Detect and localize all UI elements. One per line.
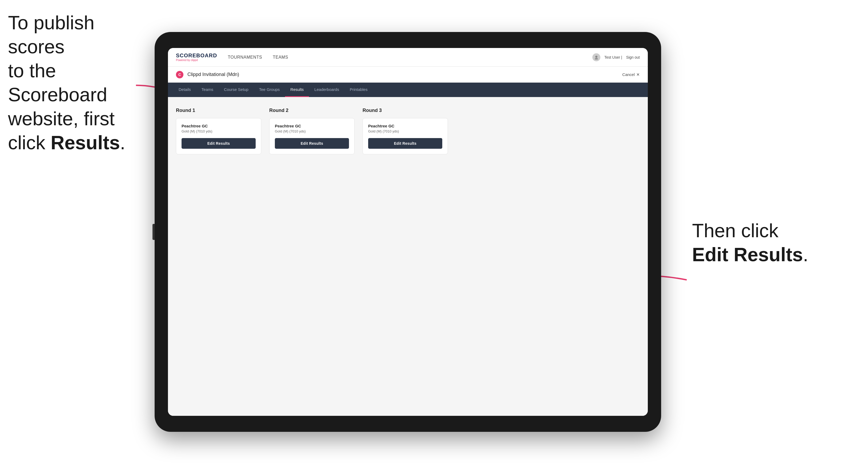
round-1-title: Round 1 <box>176 108 261 113</box>
logo-area: SCOREBOARD Powered by clippd <box>176 53 217 62</box>
round-1-course-name: Peachtree GC <box>182 124 256 128</box>
nav-teams[interactable]: TEAMS <box>273 55 288 60</box>
round-3-course-name: Peachtree GC <box>368 124 442 128</box>
round-2-course-details: Gold (M) (7010 yds) <box>275 129 349 133</box>
nav-links: TOURNAMENTS TEAMS <box>228 55 592 60</box>
svg-point-2 <box>595 56 597 58</box>
round-3-column: Round 3 Peachtree GC Gold (M) (7010 yds)… <box>363 108 448 154</box>
instruction-right: Then click Edit Results. <box>692 219 825 267</box>
round-3-title: Round 3 <box>363 108 448 113</box>
tab-bar: Details Teams Course Setup Tee Groups Re… <box>168 83 648 97</box>
close-icon: ✕ <box>636 72 640 77</box>
instruction-left: To publish scores to the Scoreboard webs… <box>8 11 147 155</box>
round-3-card: Peachtree GC Gold (M) (7010 yds) Edit Re… <box>363 118 448 154</box>
nav-user-area: Test User | Sign out <box>592 53 640 61</box>
logo-text: SCOREBOARD <box>176 53 217 58</box>
tab-tee-groups[interactable]: Tee Groups <box>254 83 285 97</box>
tournament-icon: C <box>176 71 183 79</box>
round-1-card: Peachtree GC Gold (M) (7010 yds) Edit Re… <box>176 118 261 154</box>
round-3-course-details: Gold (M) (7010 yds) <box>368 129 442 133</box>
user-avatar <box>592 53 600 61</box>
round-2-course-name: Peachtree GC <box>275 124 349 128</box>
tab-course-setup[interactable]: Course Setup <box>219 83 254 97</box>
edit-results-button-1[interactable]: Edit Results <box>182 138 256 149</box>
round-1-course-details: Gold (M) (7010 yds) <box>182 129 256 133</box>
tab-teams[interactable]: Teams <box>196 83 219 97</box>
tablet-side-button <box>153 224 155 240</box>
navbar: SCOREBOARD Powered by clippd TOURNAMENTS… <box>168 48 648 67</box>
round-2-card: Peachtree GC Gold (M) (7010 yds) Edit Re… <box>269 118 354 154</box>
cancel-button[interactable]: Cancel ✕ <box>622 72 640 77</box>
main-content: Round 1 Peachtree GC Gold (M) (7010 yds)… <box>168 97 648 416</box>
round-2-title: Round 2 <box>269 108 354 113</box>
tournament-name: Clippd Invitational (Mdn) <box>187 72 622 77</box>
tab-details[interactable]: Details <box>173 83 196 97</box>
tab-printables[interactable]: Printables <box>344 83 373 97</box>
logo-subtitle: Powered by clippd <box>176 59 217 62</box>
user-label: Test User | <box>604 55 622 59</box>
tablet-screen: SCOREBOARD Powered by clippd TOURNAMENTS… <box>168 48 648 416</box>
edit-results-button-2[interactable]: Edit Results <box>275 138 349 149</box>
tablet-device: SCOREBOARD Powered by clippd TOURNAMENTS… <box>155 32 661 432</box>
edit-results-button-3[interactable]: Edit Results <box>368 138 442 149</box>
tournament-header: C Clippd Invitational (Mdn) Cancel ✕ <box>168 67 648 83</box>
svg-point-3 <box>595 58 598 59</box>
tab-leaderboards[interactable]: Leaderboards <box>309 83 344 97</box>
tab-results[interactable]: Results <box>285 83 309 97</box>
round-1-column: Round 1 Peachtree GC Gold (M) (7010 yds)… <box>176 108 261 154</box>
rounds-grid: Round 1 Peachtree GC Gold (M) (7010 yds)… <box>176 108 640 154</box>
nav-tournaments[interactable]: TOURNAMENTS <box>228 55 262 60</box>
sign-out-link[interactable]: Sign out <box>626 55 640 59</box>
round-2-column: Round 2 Peachtree GC Gold (M) (7010 yds)… <box>269 108 354 154</box>
